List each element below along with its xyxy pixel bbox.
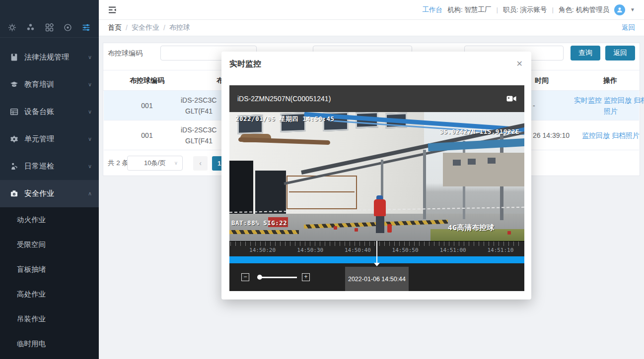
submenu-item-confined-space[interactable]: 受限空间 <box>0 232 99 257</box>
red-item <box>355 228 358 232</box>
fan-icon[interactable] <box>26 23 35 32</box>
cell-name: iDS-2SC3C GLT(F41 <box>181 95 216 117</box>
back-button[interactable]: 返回 <box>605 46 635 60</box>
header-code: 布控球编码 <box>106 70 188 90</box>
sidebar-item-patrol[interactable]: 日常巡检 ∨ <box>0 153 99 180</box>
submenu-item-blind-plate[interactable]: 盲板抽堵 <box>0 257 99 282</box>
cell-name-line2: GLT(F41 <box>181 137 213 145</box>
topbar: 工作台 机构: 智慧工厂 | 职员: 演示账号 | 角色: 机构管理员 ▼ <box>99 0 644 20</box>
sidebar-item-label: 安全作业 <box>24 189 88 198</box>
distant-window <box>488 158 496 164</box>
filter-code-label: 布控球编码 <box>108 46 143 60</box>
osd-datetime: 2022/01/06 星期四 14:50:45 <box>235 115 335 123</box>
avatar[interactable] <box>614 4 625 15</box>
cell-code: 001 <box>106 91 188 120</box>
sidebar-item-units[interactable]: 单元管理 ∨ <box>0 125 99 153</box>
sidebar-icon-strip <box>0 18 99 38</box>
worker-figure <box>374 199 386 216</box>
chevron-down-icon: ∨ <box>88 163 92 170</box>
cell-actions: 监控回放 归档照片 <box>571 120 644 150</box>
modal-title: 实时监控 <box>229 59 261 69</box>
video-frame[interactable]: 2022/01/06 星期四 14:50:45 35.02427N 115.91… <box>229 112 524 241</box>
cell-time: - <box>533 91 535 120</box>
timeline-label: 14:50:40 <box>345 247 371 253</box>
chevron-up-icon: ∧ <box>88 190 92 197</box>
sidebar-menu: 法律法规管理 ∨ 教育培训 ∨ 设备台账 ∨ 单元管理 ∨ <box>0 44 99 207</box>
gear-icon <box>10 135 19 144</box>
chevron-down-icon[interactable]: ▼ <box>630 7 635 12</box>
sidebar-item-equipment[interactable]: 设备台账 ∨ <box>0 98 99 125</box>
timeline-zoom-in-button[interactable]: + <box>302 273 310 281</box>
collapse-sidebar-icon[interactable] <box>108 6 117 14</box>
chevron-down-icon: ∨ <box>88 81 92 88</box>
breadcrumb-back-link[interactable]: 返回 <box>622 23 635 32</box>
header-actions: 操作 <box>571 70 644 90</box>
submenu-item-height-work[interactable]: 高处作业 <box>0 282 99 306</box>
osd-device-name: 4G高清布控球 <box>448 223 494 233</box>
breadcrumb-separator: / <box>163 24 165 32</box>
chevron-down-icon: ∨ <box>174 156 178 170</box>
patrol-person-icon <box>10 162 19 171</box>
cell-name-line1: iDS-2SC3C <box>181 126 216 134</box>
cell-name-line2: GLT(F41 <box>181 107 213 115</box>
timeline-zoom-out-button[interactable]: − <box>241 273 249 281</box>
page-size-select[interactable]: 10条/页 ∨ <box>127 156 183 171</box>
archive-photos-link[interactable]: 归档照片 <box>612 131 640 139</box>
distant-window <box>468 159 476 165</box>
chevron-down-icon: ∨ <box>88 136 92 142</box>
sidebar-item-label: 单元管理 <box>24 134 88 144</box>
fire-extinguisher <box>387 224 392 233</box>
cell-name-line1: iDS-2SC3C <box>181 96 216 104</box>
sliders-icon[interactable] <box>82 23 91 32</box>
playback-link[interactable]: 监控回放 <box>582 131 610 139</box>
sidebar-item-laws[interactable]: 法律法规管理 ∨ <box>0 44 99 71</box>
ledger-icon <box>10 108 19 117</box>
submenu-item-hot-work[interactable]: 动火作业 <box>0 207 99 232</box>
red-item <box>334 226 337 230</box>
device-title: iDS-2ZMN2507N(C00051241) <box>237 95 331 103</box>
query-button[interactable]: 查询 <box>571 46 600 60</box>
close-icon[interactable]: ✕ <box>516 59 523 68</box>
breadcrumb-bar: 首页 / 安全作业 / 布控球 返回 <box>99 20 644 36</box>
current-timestamp: 2022-01-06 14:50:44 <box>345 267 409 291</box>
target-icon[interactable] <box>64 23 72 32</box>
red-item <box>507 231 511 235</box>
sidebar-item-label: 教育培训 <box>24 80 88 89</box>
staff-label: 职员: 演示账号 <box>503 5 547 14</box>
sidebar-item-training[interactable]: 教育培训 ∨ <box>0 71 99 98</box>
video-camera-icon[interactable] <box>506 95 516 102</box>
pagination-prev-button[interactable]: ‹ <box>193 156 208 171</box>
player-controls: − + 2022-01-06 14:50:44 <box>229 263 524 291</box>
breadcrumb-separator: / <box>126 24 128 32</box>
cell-time: 26 14:39:10 <box>533 120 570 150</box>
breadcrumb-section[interactable]: 安全作业 <box>132 23 159 32</box>
timeline-label: 14:51:10 <box>487 247 513 253</box>
live-monitor-modal: 实时监控 ✕ iDS-2ZMN2507N(C00051241) <box>221 52 531 299</box>
doorway <box>255 171 286 216</box>
sidebar-item-label: 设备台账 <box>24 107 88 117</box>
breadcrumb-home[interactable]: 首页 <box>108 23 122 32</box>
breadcrumb-current: 布控球 <box>169 23 190 32</box>
playhead-line[interactable] <box>376 241 377 264</box>
chevron-down-icon: ∨ <box>88 54 92 60</box>
worker-cap <box>376 195 383 199</box>
workbench-link[interactable]: 工作台 <box>423 5 443 14</box>
cell-name: iDS-2SC3C GLT(F41 <box>181 124 216 146</box>
role-label: 角色: 机构管理员 <box>559 5 609 14</box>
distant-window <box>453 160 461 166</box>
zoom-slider-track[interactable] <box>260 277 297 278</box>
gear-icon[interactable] <box>8 23 17 32</box>
live-monitor-link[interactable]: 实时监控 <box>574 96 602 104</box>
sidebar-item-safety-work[interactable]: 安全作业 ∧ <box>0 180 99 207</box>
worker-legs <box>376 216 384 233</box>
distant-building <box>443 153 524 186</box>
grid-icon[interactable] <box>45 23 54 32</box>
player-header: iDS-2ZMN2507N(C00051241) <box>229 85 524 112</box>
org-label: 机构: 智慧工厂 <box>447 5 492 14</box>
pagination-total: 共 2 条 <box>108 156 129 171</box>
submenu-item-lifting-work[interactable]: 吊装作业 <box>0 306 99 331</box>
separator: | <box>497 6 499 13</box>
timeline-label: 14:50:20 <box>249 247 276 253</box>
playback-link[interactable]: 监控回放 <box>604 96 632 104</box>
submenu-item-temporary-power[interactable]: 临时用电 <box>0 331 99 356</box>
